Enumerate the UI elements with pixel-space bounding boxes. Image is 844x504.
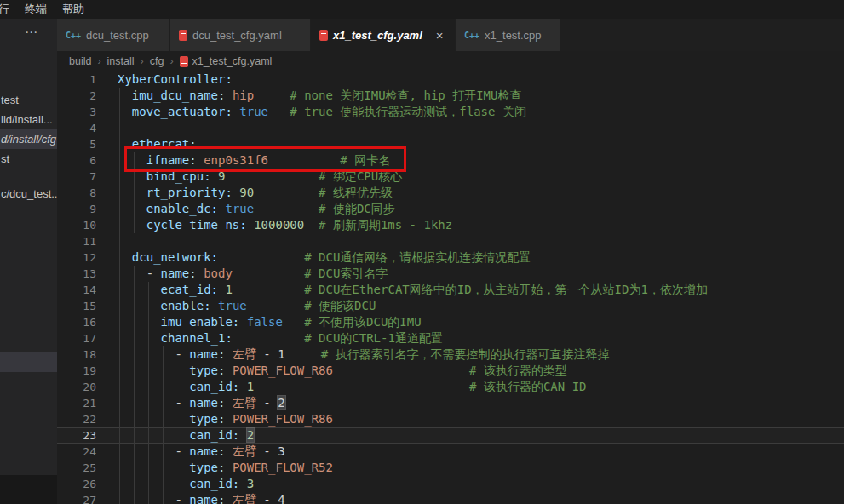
code-editor[interactable]: 1234567891011121314151617181920212223242… xyxy=(57,72,844,504)
code-line[interactable]: - name: 左臂 - 3 xyxy=(118,444,708,460)
code-line[interactable]: - name: 左臂 - 1 # 执行器索引名字，不需要控制的执行器可直接注释掉 xyxy=(118,346,708,363)
line-number: 14 xyxy=(57,282,96,298)
tab-dcu-test-cfg-yaml[interactable]: dcu_test_cfg.yaml xyxy=(170,19,311,51)
menu-item-help[interactable]: 帮助 xyxy=(55,0,92,19)
code-line[interactable]: cycle_time_ns: 1000000 # 刷新周期1ms - 1khz xyxy=(118,217,708,233)
sidebar-item[interactable]: ild/install... xyxy=(1,110,57,129)
tab-x1-test-cpp[interactable]: C++ x1_test.cpp xyxy=(456,19,560,51)
code-line[interactable]: rt_priority: 90 # 线程优先级 xyxy=(118,185,708,201)
code-line[interactable]: ecat_id: 1 # DCU在EtherCAT网络中的ID，从主站开始，第一… xyxy=(118,282,708,298)
line-number: 2 xyxy=(57,88,96,104)
code-line[interactable]: enable: true # 使能该DCU xyxy=(118,298,708,314)
line-number: 25 xyxy=(57,460,96,476)
line-number: 23 xyxy=(57,427,96,444)
line-number: 15 xyxy=(57,298,96,314)
code-line[interactable]: imu_dcu_name: hip # none 关闭IMU检查, hip 打开… xyxy=(118,88,708,104)
breadcrumb-item-build[interactable]: build xyxy=(69,55,91,67)
line-number: 8 xyxy=(57,185,96,201)
more-actions-icon[interactable]: ⋯ xyxy=(25,25,38,40)
chevron-right-icon: › xyxy=(169,55,173,67)
line-number: 19 xyxy=(57,363,96,379)
tab-label: dcu_test_cfg.yaml xyxy=(192,29,282,42)
line-number: 21 xyxy=(57,395,96,411)
tab-dcu-test-cpp[interactable]: C++ dcu_test.cpp xyxy=(57,19,170,51)
tab-label: x1_test_cfg.yaml xyxy=(333,29,422,42)
code-line[interactable]: channel_1: # DCU的CTRL-1通道配置 xyxy=(118,330,708,346)
yaml-file-icon xyxy=(180,56,188,67)
sidebar-selected-empty-row[interactable] xyxy=(0,352,57,372)
line-number: 24 xyxy=(57,444,96,460)
code-line[interactable]: imu_enable: false # 不使用该DCU的IMU xyxy=(118,314,708,330)
code-line[interactable]: dcu_network: # DCU通信网络，请根据实机连接情况配置 xyxy=(118,249,708,266)
tab-bar-empty-space xyxy=(560,19,844,51)
code-line[interactable]: - name: 左臂 - 4 xyxy=(118,492,708,504)
chevron-right-icon: › xyxy=(97,55,100,67)
tab-label: x1_test.cpp xyxy=(485,29,542,42)
line-number: 27 xyxy=(57,492,96,504)
line-number: 20 xyxy=(57,379,96,395)
breadcrumb: build › install › cfg › x1_test_cfg.yaml xyxy=(57,51,844,72)
cpp-file-icon: C++ xyxy=(66,31,81,40)
yaml-file-icon xyxy=(319,30,328,41)
code-line[interactable]: - name: body # DCU索引名字 xyxy=(118,266,708,282)
line-number: 7 xyxy=(57,169,96,185)
line-number: 16 xyxy=(57,314,96,330)
menu-item-terminal[interactable]: 终端 xyxy=(17,0,55,19)
line-number-gutter[interactable]: 1234567891011121314151617181920212223242… xyxy=(57,72,96,504)
line-number: 18 xyxy=(57,346,96,363)
line-number: 12 xyxy=(57,249,96,266)
breadcrumb-item-file[interactable]: x1_test_cfg.yaml xyxy=(180,55,273,67)
tab-x1-test-cfg-yaml[interactable]: x1_test_cfg.yaml × xyxy=(311,19,456,51)
breadcrumb-item-cfg[interactable]: cfg xyxy=(150,55,164,67)
line-number: 13 xyxy=(57,266,96,282)
sidebar-item[interactable]: c/dcu_test... xyxy=(1,184,57,203)
sidebar-bottom-block xyxy=(0,475,57,504)
tab-label: dcu_test.cpp xyxy=(86,29,149,42)
sidebar-item[interactable]: d/install/cfg xyxy=(0,129,57,149)
chevron-right-icon: › xyxy=(141,55,144,67)
code-line[interactable]: move_actuator: true # true 使能执行器运动测试，fla… xyxy=(118,104,708,120)
line-number: 17 xyxy=(57,330,96,346)
line-number: 6 xyxy=(57,152,96,169)
code-line[interactable]: enable_dc: true # 使能DC同步 xyxy=(118,201,708,217)
code-line[interactable]: can_id: 2 xyxy=(118,427,708,444)
yaml-file-icon xyxy=(179,30,187,41)
tab-bar: C++ dcu_test.cpp dcu_test_cfg.yaml x1_te… xyxy=(57,19,844,51)
sidebar-panel: ⋯ testild/install...d/install/cfgstc/dcu… xyxy=(0,19,57,504)
editor-group: C++ dcu_test.cpp dcu_test_cfg.yaml x1_te… xyxy=(57,19,844,504)
line-number: 11 xyxy=(57,233,96,249)
code-line[interactable] xyxy=(118,120,708,136)
line-number: 22 xyxy=(57,411,96,427)
line-number: 1 xyxy=(57,72,96,88)
code-line[interactable]: can_id: 3 xyxy=(118,476,708,492)
line-number: 26 xyxy=(57,476,96,492)
line-number: 4 xyxy=(57,120,96,136)
cpp-file-icon: C++ xyxy=(464,31,479,40)
breadcrumb-item-install[interactable]: install xyxy=(107,55,135,67)
code-line[interactable]: - name: 左臂 - 2 xyxy=(118,395,708,411)
code-line[interactable]: type: POWER_FLOW_R86 # 该执行器的类型 xyxy=(118,363,708,379)
menu-bar: 行 终端 帮助 xyxy=(0,0,844,19)
sidebar-item[interactable]: st xyxy=(1,149,57,169)
code-line[interactable]: XyberController: xyxy=(118,72,708,88)
code-line[interactable]: can_id: 1 # 该执行器的CAN ID xyxy=(118,379,708,395)
code-line[interactable]: type: POWER_FLOW_R86 xyxy=(118,411,708,427)
code-line[interactable]: type: POWER_FLOW_R52 xyxy=(118,460,708,476)
close-icon[interactable]: × xyxy=(436,29,444,42)
code-line[interactable] xyxy=(118,233,708,249)
line-number: 5 xyxy=(57,136,96,152)
line-number: 9 xyxy=(57,201,96,217)
breadcrumb-file-label: x1_test_cfg.yaml xyxy=(192,55,273,67)
menu-item-run[interactable]: 行 xyxy=(0,0,17,19)
line-number: 10 xyxy=(57,217,96,233)
annotation-red-box xyxy=(124,146,406,172)
line-number: 3 xyxy=(57,104,96,120)
sidebar-item[interactable]: test xyxy=(1,90,57,110)
